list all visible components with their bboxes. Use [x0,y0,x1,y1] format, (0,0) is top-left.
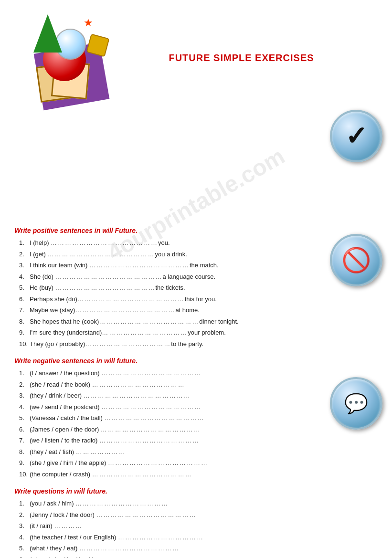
section3-title: Write questions in will future. [14,487,378,495]
section-questions: Write questions in will future. 1. (you … [14,487,378,558]
list-item: 6. (James / open / the door) ……………………………… [19,425,316,434]
check-button-outer: ✓ [330,110,382,162]
list-item: 9. I'm sure they (understand)……………………………… [19,328,316,337]
section3-list: 1. (you / ask / him) ………………………………… 2. (J… [14,499,378,558]
section2-list: 1. (I / answer / the question) ………………………… [14,368,378,479]
page: ★ FUTURE SIMPLE EXERCISES 4ourprintable.… [0,0,392,558]
list-item: 10. They (go / probably)………………………………to t… [19,339,316,349]
section1-list: 1. I (help) ………………………………………you. 2. I (ge… [14,238,378,348]
illustration: ★ [14,10,115,115]
check-icon-button: ✓ [330,110,382,162]
list-item: 7. Maybe we (stay)……………………………………at home. [19,305,316,315]
list-item: 6. (when / she / be / back) ………………………………… [19,555,316,558]
list-item: 4. (the teacher / test / our English) ……… [19,533,316,542]
section-positive: Write positive sentences in will Future.… [14,227,378,348]
list-item: 9. (she / give / him / the apple) ………………… [19,458,316,468]
list-item: 4. (we / send / the postcard) …………………………… [19,402,316,412]
check-symbol: ✓ [345,121,367,151]
list-item: 3. (it / rain) ………… [19,521,316,531]
star-icon: ★ [84,17,93,29]
list-item: 1. (you / ask / him) ………………………………… [19,499,316,508]
illus-tree [33,14,62,53]
section-negative: Write negative sentences in will future.… [14,357,378,479]
list-item: 5. (Vanessa / catch / the ball) ……………………… [19,413,316,423]
list-item: 1. (I / answer / the question) ………………………… [19,368,316,378]
list-item: 8. She hopes that he (cook)…………………………………… [19,317,316,326]
main-content: Write positive sentences in will Future.… [14,227,378,558]
list-item: 6. Perhaps she (do)………………………………………this f… [19,295,316,304]
list-item: 3. I think our team (win) ……………………………………… [19,261,316,270]
section1-title: Write positive sentences in will Future. [14,227,378,234]
list-item: 2. (she / read / the book) ………………………………… [19,380,316,390]
list-item: 1. I (help) ………………………………………you. [19,238,316,248]
list-item: 3. (they / drink / beer) ……………………………………… [19,391,316,400]
page-title: FUTURE SIMPLE EXERCISES [100,53,382,63]
list-item: 4. She (do) ………………………………………a language co… [19,272,316,282]
section2-title: Write negative sentences in will future. [14,357,378,365]
list-item: 5. He (buy) ……………………………………the tickets. [19,283,316,293]
list-item: 7. (we / listen / to the radio) ……………………… [19,436,316,445]
list-item: 2. (Jenny / lock / the door) ……………………………… [19,510,316,520]
list-item: 5. (what / they / eat) …………………………………… [19,544,316,553]
list-item: 8. (they / eat / fish) ………………… [19,447,316,457]
list-item: 10. (the computer / crash) …………………………………… [19,470,316,479]
list-item: 2. I (get) ………………………………………you a drink. [19,250,316,259]
